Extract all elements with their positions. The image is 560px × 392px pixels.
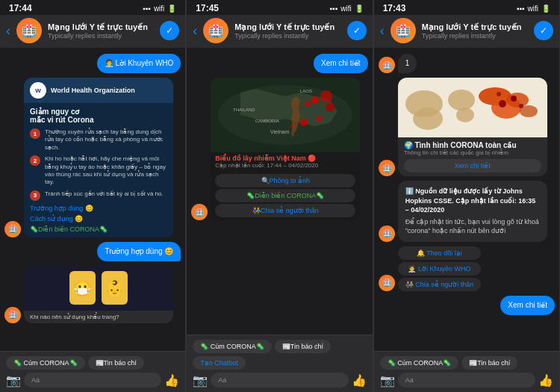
- avatar-3: 🏥: [391, 18, 416, 43]
- chip-cum-corona-1[interactable]: 🦠 Cúm CORONA🦠: [6, 356, 85, 370]
- corona-global-sub: Thông tin chi tiết các quốc gia bị nhiễm: [404, 149, 541, 156]
- send-icon-1[interactable]: 👍: [164, 373, 179, 388]
- who-card: W World Health Organization Giảm nguy cơ…: [24, 78, 173, 237]
- step-num-2: 2: [30, 155, 40, 166]
- msg-action-group: 🏥 🔔 Theo dõi lại 🧑‍⚕️ Lời Khuyên WHO 👫 C…: [379, 246, 555, 291]
- svg-point-25: [497, 92, 501, 96]
- map-caption-row: Biểu đồ lây nhiễm Việt Nam 🔴 Cập nhật lầ…: [211, 152, 360, 171]
- camera-icon-2[interactable]: 📷: [193, 373, 208, 388]
- svg-text:LAOS: LAOS: [300, 89, 312, 93]
- bot-avatar-3: 🏥: [379, 57, 395, 73]
- xem-ct-outgoing: Xem chi tiết: [500, 296, 555, 315]
- world-card-info: 🌍 Tình hình CORONA toàn cầu Thông tin ch…: [398, 137, 547, 176]
- mask-figure-1: 😷: [69, 271, 96, 305]
- bottom-chips-3: 🦠 Cúm CORONA🦠 📰Tin báo chí: [380, 356, 553, 370]
- step-text-1: Thường xuyên rửa sạch tay bằng dung dịch…: [45, 128, 167, 152]
- svg-text:THAILAND: THAILAND: [233, 108, 255, 112]
- outgoing-bubble-1: Trường hợp dùng 😊: [97, 242, 181, 261]
- chat-header-2: ‹ 🏥 Mạng lưới Y tế trực tuyến Typically …: [187, 15, 372, 48]
- mask-figure-2: 👶: [102, 271, 128, 305]
- phong-to-btn[interactable]: 🔍Phóng to ảnh: [215, 174, 355, 187]
- svg-text:Vietnam: Vietnam: [270, 129, 290, 134]
- chip-tin-bao-chi-3[interactable]: 📰Tin báo chí: [461, 356, 517, 370]
- time-2: 17:45: [196, 3, 219, 13]
- svg-point-6: [316, 116, 322, 122]
- xem-ct-btn-3[interactable]: Xem chi tiết: [404, 159, 541, 172]
- step-text-3: Tránh tiếp xúc gần với bất kỳ ai bị sốt …: [45, 190, 164, 198]
- chia-se-nguoi-than-btn[interactable]: 👫 Chia sẻ người thân: [398, 278, 482, 291]
- svg-point-23: [499, 100, 506, 108]
- msg-xem-ct: Xem chi tiết: [191, 54, 367, 73]
- status-icons-3: ▪▪▪ wifi 🔋: [517, 4, 550, 13]
- loi-khuyen-who-btn[interactable]: 🧑‍⚕️ Lời Khuyên WHO: [398, 262, 482, 276]
- chip-cum-corona-2[interactable]: 🦠 Cúm CORONA🦠: [193, 340, 272, 353]
- status-bar-1: 17:44 ▪▪▪ wifi 🔋: [0, 0, 185, 15]
- chip-cum-corona-3[interactable]: 🦠 Cúm CORONA🦠: [380, 356, 459, 370]
- xem-ct-action[interactable]: Xem chi tiết: [404, 159, 541, 172]
- bot-avatar-info: 🏥: [379, 225, 395, 242]
- step-num-3: 3: [30, 190, 40, 201]
- image-card: 😷 👶 Khi nào nên sử dụng khẩu trang?: [24, 266, 173, 323]
- send-icon-2[interactable]: 👍: [352, 373, 367, 388]
- who-step-1: 1 Thường xuyên rửa sạch tay bằng dung dị…: [30, 128, 167, 152]
- map-update-text: Cập nhật lần cuối: 17:44 – 04/02/2020: [215, 162, 355, 169]
- status-bar-3: 17:43 ▪▪▪ wifi 🔋: [374, 0, 559, 15]
- world-svg: [398, 78, 547, 137]
- header-check-2[interactable]: ✓: [347, 21, 367, 40]
- message-input-2[interactable]: Aa: [211, 373, 348, 388]
- svg-point-20: [506, 93, 529, 108]
- signal-icon: ▪▪▪: [143, 4, 151, 13]
- back-button-1[interactable]: ‹: [6, 23, 10, 39]
- wifi-icon-3: wifi: [528, 4, 538, 13]
- chia-se-btn[interactable]: 👫Chia sẻ người thân: [215, 204, 355, 217]
- svg-point-5: [326, 103, 335, 112]
- header-check-3[interactable]: ✓: [534, 21, 553, 40]
- chip-tin-bao-chi-2[interactable]: 📰Tin báo chí: [275, 340, 331, 353]
- info-source: ℹ️ Nguồn dữ liệu được lấy từ Johns Hopki…: [405, 187, 540, 215]
- xem-chi-tiet-bubble: Xem chi tiết: [314, 54, 368, 73]
- signal-icon-2: ▪▪▪: [330, 4, 338, 13]
- cach-su-dung-link[interactable]: Cách sử dụng 😊: [30, 215, 167, 223]
- send-icon-3[interactable]: 👍: [538, 373, 553, 388]
- map-bubble: Vietnam LAOS THAILAND CAMBODIA Biểu đồ l…: [211, 78, 360, 220]
- back-button-2[interactable]: ‹: [193, 23, 197, 39]
- message-input-1[interactable]: Aa: [24, 373, 161, 388]
- header-check-1[interactable]: ✓: [160, 21, 179, 40]
- step-num-1: 1: [30, 128, 40, 139]
- chat-bottom-3: 🦠 Cúm CORONA🦠 📰Tin báo chí 📷 Aa 👍: [374, 351, 559, 392]
- info-bubble: ℹ️ Nguồn dữ liệu được lấy từ Johns Hopki…: [398, 181, 547, 242]
- svg-point-22: [511, 96, 517, 102]
- input-row-2: 📷 Aa 👍: [193, 373, 366, 388]
- who-card-body: Giảm nguy cơmắc vi rút Corona 1 Thường x…: [24, 103, 173, 237]
- camera-icon-3[interactable]: 📷: [380, 373, 395, 388]
- msg-info-bubble: 🏥 ℹ️ Nguồn dữ liệu được lấy từ Johns Hop…: [379, 181, 555, 242]
- dien-bien-btn[interactable]: 🦠Diễn biến CORONA🦠: [215, 189, 355, 202]
- bottom-chips-1: 🦠 Cúm CORONA🦠 📰Tin báo chí: [6, 356, 179, 370]
- avatar-2: 🏥: [203, 18, 228, 43]
- who-org-name: World Health Organization: [51, 87, 135, 94]
- battery-icon-2: 🔋: [355, 4, 364, 13]
- chip-tin-bao-chi-1[interactable]: 📰Tin báo chí: [88, 356, 144, 370]
- msg-map: 🏥: [191, 78, 367, 220]
- header-info-2: Mạng lưới Y tế trực tuyến Typically repl…: [234, 22, 340, 40]
- theo-doi-lai-btn[interactable]: 🔔 Theo dõi lại: [398, 246, 482, 260]
- input-row-1: 📷 Aa 👍: [6, 373, 179, 388]
- msg-xem-ct-3: Xem chi tiết: [379, 296, 555, 315]
- chat-header-3: ‹ 🏥 Mạng lưới Y tế trực tuyến Typically …: [374, 15, 559, 48]
- truong-hop-link[interactable]: Trường hợp dùng 😊: [30, 205, 167, 212]
- chat-area-1: 🧑‍⚕️ Lời Khuyên WHO 🏥 W World Health Org…: [0, 48, 185, 351]
- header-info-1: Mạng lưới Y tế trực tuyến Typically repl…: [48, 22, 154, 40]
- back-button-3[interactable]: ‹: [380, 23, 385, 39]
- header-title-3: Mạng lưới Y tế trực tuyến: [422, 22, 528, 32]
- who-card-title: Giảm nguy cơmắc vi rút Corona: [30, 108, 167, 124]
- svg-point-4: [305, 101, 311, 107]
- who-button[interactable]: 🧑‍⚕️ Lời Khuyên WHO: [97, 54, 181, 73]
- bot-avatar-img: 🏥: [4, 307, 21, 323]
- camera-icon-1[interactable]: 📷: [6, 373, 21, 388]
- map-action-buttons: 🔍Phóng to ảnh 🦠Diễn biến CORONA🦠 👫Chia s…: [211, 171, 360, 220]
- msg-number-1: 🏥 1: [379, 54, 555, 73]
- dien-bien-link[interactable]: 🦠Diễn biến CORONA🦠: [30, 225, 167, 233]
- svg-point-7: [300, 119, 308, 126]
- message-input-3[interactable]: Aa: [398, 373, 535, 388]
- tao-chatbot-btn[interactable]: Tạo Chatbot: [193, 356, 246, 370]
